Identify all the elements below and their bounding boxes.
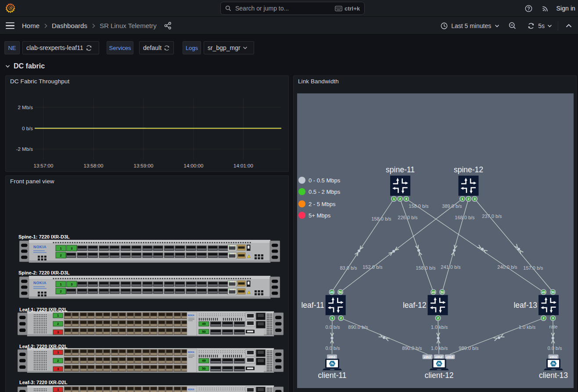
section-title: DC fabric: [14, 62, 45, 70]
node-label: leaf-12: [403, 301, 427, 310]
port-badge: 3: [404, 196, 409, 201]
legend-label: 0.5 - 2 Mbps: [309, 189, 341, 195]
help-icon[interactable]: [523, 3, 534, 14]
link-bandwidth-label: 389.0 b/s: [442, 203, 462, 209]
svg-text:eth1: eth1: [328, 355, 336, 359]
svg-text:49: 49: [542, 291, 546, 294]
svg-text:49: 49: [202, 359, 205, 363]
dashboard-toolbar: Home Dashboards SR Linux Telemetry Last …: [0, 17, 578, 35]
panel-title[interactable]: Link Bandwidth: [298, 78, 339, 85]
refresh-interval-label: 5s: [538, 22, 545, 29]
link-bandwidth-label: 152.0 b/s: [363, 264, 383, 270]
svg-text:NOKIA: NOKIA: [188, 351, 194, 353]
svg-text:49: 49: [432, 291, 435, 294]
link-bandwidth-label: 83.0 b/s: [340, 265, 357, 271]
leaf-13-icon[interactable]: [539, 295, 559, 315]
eth-badge: eth3: [445, 355, 455, 360]
link-bandwidth-label: 0.0 b/s: [325, 324, 340, 330]
link-bandwidth-label: 158.0 b/s: [371, 216, 391, 221]
throughput-chart[interactable]: 2 Mb/s0 b/s-2 Mb/s13:57:0013:58:0013:59:…: [6, 76, 288, 171]
svg-text:2: 2: [57, 359, 59, 363]
port-status-up: 2: [56, 288, 66, 294]
port-badge: 2: [338, 316, 343, 321]
svg-text:2: 2: [60, 289, 62, 293]
svg-text:1: 1: [57, 350, 59, 354]
spine-12-icon[interactable]: [459, 176, 479, 196]
search-input[interactable]: Search or jump to... ctrl+k: [220, 2, 365, 15]
x-tick-label: 14:01:00: [233, 163, 253, 168]
switch-front-panel: 123NOKIA4950: [18, 348, 284, 373]
svg-text:3: 3: [552, 316, 554, 320]
breadcrumb-current: SR Linux Telemetry: [100, 22, 157, 29]
svg-text:eth3: eth3: [446, 355, 454, 359]
svg-text:eth1: eth1: [424, 355, 431, 359]
port-status-up: 2: [56, 252, 66, 258]
weathermap[interactable]: 158.0 b/s83.0 b/s389.0 b/s152.0 b/s226.0…: [297, 93, 574, 388]
chevron-right-icon: [44, 23, 47, 29]
legend-swatch: [298, 177, 305, 184]
svg-text:3: 3: [474, 197, 476, 201]
variable-value-logs[interactable]: sr_bgp_mgr: [204, 41, 254, 54]
svg-text:1: 1: [60, 246, 62, 250]
collapse-toolbar-button[interactable]: [563, 20, 574, 32]
port-badge: 3: [472, 196, 477, 201]
link-bandwidth-label: 989.0 b/s: [459, 346, 479, 351]
spine-11-icon[interactable]: [390, 176, 410, 196]
switch-image-label: Spine-2: 7220 IXR-D3L: [18, 270, 70, 275]
dashboard-canvas: NEclab-srexperts-leaf11 Servicesdefault …: [0, 35, 578, 392]
svg-text:3: 3: [57, 367, 59, 371]
chevron-up-icon: [566, 24, 572, 28]
svg-text:1: 1: [461, 197, 463, 201]
port-status-up: 1: [53, 313, 63, 318]
breadcrumb-dashboards[interactable]: Dashboards: [52, 22, 87, 29]
svg-text:2: 2: [399, 197, 401, 201]
news-icon[interactable]: [539, 3, 551, 14]
refresh-picker[interactable]: 5s: [528, 22, 552, 29]
variable-value-ne[interactable]: clab-srexperts-leaf11: [22, 41, 99, 54]
section-dc-fabric[interactable]: DC fabric: [5, 61, 45, 71]
grafana-logo[interactable]: [5, 3, 16, 14]
front-panel-images: Spine-1: 7220 IXR-D3LNOKIA132Spine-2: 72…: [6, 176, 288, 392]
switch-image-label: Leaf-3: 7220 IXR-D2L: [19, 380, 67, 385]
leaf-12-icon[interactable]: [428, 295, 448, 315]
port-status-down: 1: [53, 387, 63, 392]
refresh-variable-icon[interactable]: [86, 45, 92, 51]
variable-value-services[interactable]: default: [139, 41, 174, 54]
search-icon: [225, 5, 231, 11]
zoom-out-icon: [509, 22, 516, 29]
chevron-right-icon: [92, 23, 95, 29]
svg-text:50: 50: [441, 291, 444, 294]
time-range-label: Last 5 minutes: [451, 22, 491, 29]
link-bandwidth-label: 237.0 b/s: [482, 214, 502, 219]
breadcrumb-home[interactable]: Home: [22, 22, 39, 29]
sign-in-button[interactable]: Sign in: [556, 5, 575, 12]
switch-front-panel: 123NOKIA4950: [18, 311, 284, 336]
svg-text:3: 3: [71, 282, 73, 286]
laptop-icon: [429, 359, 449, 371]
menu-icon[interactable]: [6, 22, 14, 29]
svg-text:3: 3: [57, 331, 59, 335]
svg-text:eth1: eth1: [550, 355, 557, 359]
leaf-11-icon[interactable]: [326, 295, 346, 315]
time-range-picker[interactable]: Last 5 minutes: [441, 22, 499, 29]
refresh-variable-icon[interactable]: [164, 45, 170, 51]
y-tick-label: 0 b/s: [22, 126, 33, 131]
x-tick-label: 13:57:00: [34, 163, 54, 168]
node-label: spine-12: [454, 165, 483, 174]
chevron-down-icon: [243, 46, 248, 50]
zoom-out-button[interactable]: [509, 22, 516, 29]
link-bandwidth-label: 158.0 b/s: [409, 203, 429, 209]
chevron-down-icon: [5, 64, 10, 68]
node-label: client-13: [539, 371, 568, 380]
refresh-icon: [528, 22, 535, 29]
svg-text:2: 2: [340, 316, 342, 320]
svg-text:2: 2: [60, 253, 62, 257]
laptop-icon: [544, 359, 564, 371]
node-label: spine-11: [386, 165, 415, 174]
legend-swatch: [298, 200, 305, 207]
share-icon[interactable]: [164, 21, 172, 30]
svg-text:NOKIA: NOKIA: [188, 388, 194, 391]
keyboard-icon: [335, 6, 342, 11]
laptop-icon: [323, 359, 342, 371]
variable-label-ne: NE: [4, 41, 20, 54]
